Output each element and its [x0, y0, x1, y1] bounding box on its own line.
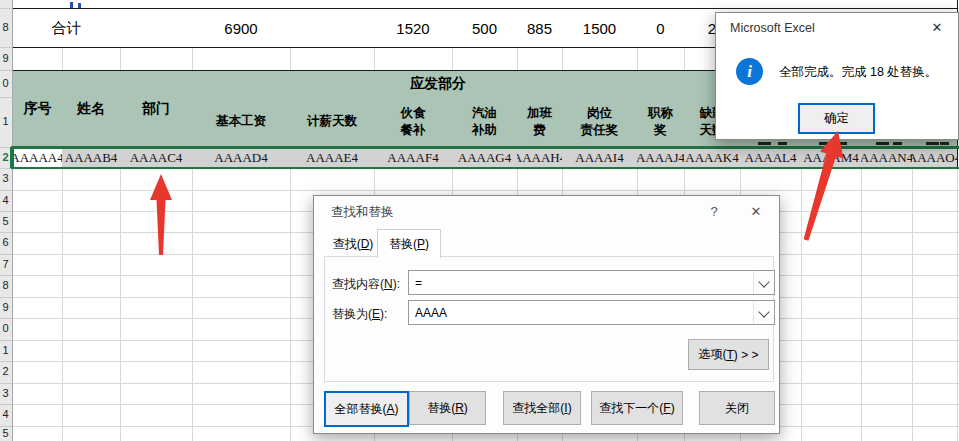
- clipped-row-cell[interactable]: [684, 0, 741, 8]
- value-cell[interactable]: AAAAG4: [452, 147, 518, 168]
- row-header[interactable]: 9: [0, 301, 11, 313]
- find-dropdown-button[interactable]: [753, 271, 774, 294]
- glyph-fragment: [926, 142, 939, 145]
- row-header[interactable]: 5: [0, 215, 11, 227]
- options-button[interactable]: 选项(T) > >: [688, 339, 769, 370]
- find-next-button[interactable]: 查找下一个(F): [591, 391, 683, 425]
- row-header[interactable]: 3: [0, 172, 11, 184]
- value-cell[interactable]: AAAAL4: [740, 147, 802, 168]
- clipped-row-cell[interactable]: [374, 0, 453, 8]
- value-cell[interactable]: AAAAK4: [684, 147, 741, 168]
- sub-header-cell[interactable]: 伙食 餐补: [374, 97, 453, 148]
- excel-message-box: Microsoft Excel ✕ i 全部完成。完成 18 处替换。 确定: [715, 12, 959, 140]
- row-separator: [0, 8, 12, 9]
- column-header-xingming[interactable]: 姓名: [62, 70, 121, 148]
- help-icon[interactable]: ?: [706, 204, 722, 219]
- selection-border-top: [12, 146, 959, 149]
- column-header-xuhao[interactable]: 序号: [12, 70, 63, 148]
- clipped-row-cell[interactable]: [637, 0, 685, 8]
- value-cell[interactable]: AAAAB4: [62, 147, 121, 168]
- replace-dropdown-button[interactable]: [753, 301, 774, 324]
- value-cell[interactable]: AAAAI4: [562, 147, 638, 168]
- find-what-label: 查找内容(N):: [332, 276, 400, 293]
- replace-button[interactable]: 替换(R): [409, 391, 486, 425]
- value-cell[interactable]: AAAAN4: [861, 147, 913, 168]
- totals-value-cell[interactable]: [120, 8, 193, 48]
- find-all-button[interactable]: 查找全部(I): [503, 391, 581, 425]
- selection-border-bottom: [12, 167, 959, 170]
- row-header[interactable]: 0: [0, 322, 11, 334]
- tab-replace[interactable]: 替换(P): [377, 229, 441, 258]
- row-header[interactable]: 2: [0, 365, 11, 377]
- row-header[interactable]: 4: [0, 194, 11, 206]
- row-separator: [0, 47, 12, 48]
- clipped-row-cell[interactable]: [801, 0, 862, 8]
- message-box-title: Microsoft Excel: [730, 21, 815, 35]
- replace-with-input[interactable]: AAAA: [408, 300, 775, 325]
- clipped-row-cell[interactable]: [290, 0, 375, 8]
- value-cell[interactable]: AAAAF4: [374, 147, 453, 168]
- totals-label-cell[interactable]: 合计: [12, 8, 121, 48]
- clipped-row-cell[interactable]: [740, 0, 802, 8]
- totals-value-cell[interactable]: 885: [517, 8, 563, 48]
- tab-find[interactable]: 查找(D): [329, 232, 377, 256]
- glyph-fragment: [819, 142, 832, 145]
- value-cell[interactable]: AAAAH4: [517, 147, 563, 168]
- row-header[interactable]: 9: [0, 52, 11, 64]
- row-header[interactable]: 3: [0, 387, 11, 399]
- chevron-down-icon: [758, 306, 769, 317]
- sub-header-cell[interactable]: 基本工资: [192, 97, 291, 148]
- totals-value-cell[interactable]: 1520: [374, 8, 453, 48]
- value-cell[interactable]: AAAAE4: [290, 147, 375, 168]
- row-header[interactable]: 7: [0, 258, 11, 270]
- row-header[interactable]: 1: [0, 115, 11, 127]
- replace-all-button[interactable]: 全部替换(A): [324, 391, 409, 427]
- sub-header-cell[interactable]: 加班 费: [517, 97, 563, 148]
- close-icon[interactable]: ✕: [928, 20, 946, 35]
- banner-yingfa-bufen[interactable]: 应发部分: [192, 70, 685, 98]
- row-header[interactable]: 8: [0, 21, 11, 33]
- sub-header-cell[interactable]: 汽油 补助: [452, 97, 518, 148]
- row-header[interactable]: 5: [0, 427, 11, 439]
- clipped-row-cell[interactable]: [452, 0, 518, 8]
- sub-header-cell[interactable]: 岗位 责任奖: [562, 97, 638, 148]
- row-separator: [0, 232, 12, 233]
- totals-value-cell[interactable]: 0: [637, 8, 685, 48]
- value-cell[interactable]: AAAAC4: [120, 147, 193, 168]
- clipped-row-cell[interactable]: [912, 0, 958, 8]
- clipped-row-cell[interactable]: [517, 0, 563, 8]
- row-header-column[interactable]: 890123456789012345: [0, 0, 13, 441]
- totals-value-cell[interactable]: [290, 8, 375, 48]
- sub-header-cell[interactable]: 计薪天数: [290, 97, 375, 148]
- row-header[interactable]: 6: [0, 236, 11, 248]
- row-separator: [0, 211, 12, 212]
- row-separator: [0, 318, 12, 319]
- gridline: [12, 190, 959, 191]
- clipped-row-cell[interactable]: [12, 0, 63, 8]
- value-cell[interactable]: AAAAA4: [12, 147, 63, 168]
- value-cell[interactable]: AAAAM4: [801, 147, 862, 168]
- value-cell[interactable]: AAAAD4: [192, 147, 291, 168]
- close-icon[interactable]: ✕: [748, 204, 764, 219]
- glyph-fragment: [893, 142, 902, 145]
- clipped-row-cell[interactable]: [861, 0, 913, 8]
- row-header[interactable]: 0: [0, 77, 11, 89]
- totals-value-cell[interactable]: 1500: [562, 8, 638, 48]
- totals-value-cell[interactable]: 6900: [192, 8, 291, 48]
- value-cell[interactable]: AAAAJ4: [637, 147, 685, 168]
- column-header-bumen[interactable]: 部门: [120, 70, 193, 148]
- close-button[interactable]: 关闭: [699, 391, 775, 425]
- clipped-row-cell[interactable]: [62, 0, 121, 8]
- sub-header-cell[interactable]: 职称 奖: [637, 97, 685, 148]
- row-separator: [0, 97, 12, 98]
- clipped-row-cell[interactable]: [192, 0, 291, 8]
- totals-value-cell[interactable]: 500: [452, 8, 518, 48]
- row-header[interactable]: 4: [0, 408, 11, 420]
- ok-button[interactable]: 确定: [798, 103, 875, 134]
- row-header[interactable]: 1: [0, 344, 11, 356]
- clipped-row-cell[interactable]: [562, 0, 638, 8]
- clipped-row-cell[interactable]: [120, 0, 193, 8]
- value-cell[interactable]: AAAAO4: [912, 147, 958, 168]
- find-what-input[interactable]: =: [408, 270, 775, 295]
- row-header[interactable]: 8: [0, 279, 11, 291]
